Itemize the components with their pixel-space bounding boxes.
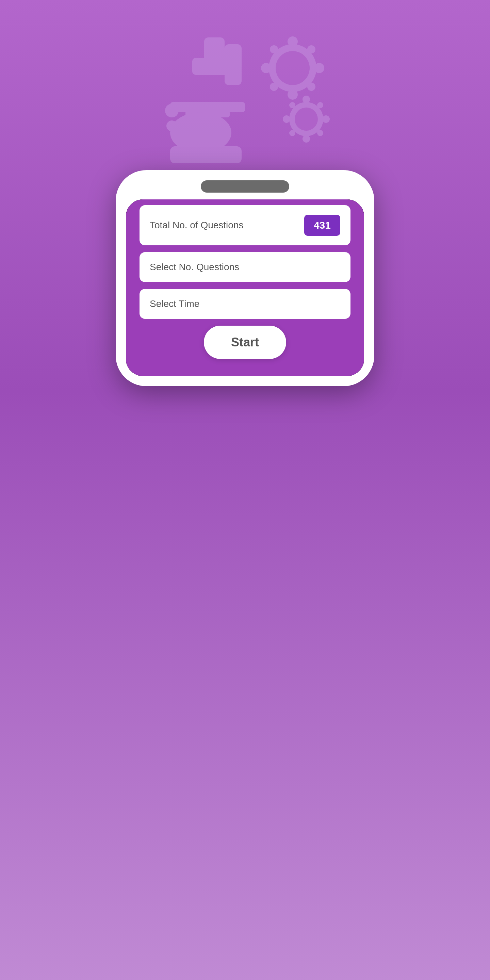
svg-point-15 <box>314 63 324 73</box>
svg-point-9 <box>166 121 177 131</box>
svg-point-29 <box>317 130 323 136</box>
select-questions-label: Select No. Questions <box>150 262 239 272</box>
svg-point-19 <box>307 83 315 91</box>
phone-screen: 7:17 <box>126 199 364 376</box>
svg-rect-2 <box>224 44 242 85</box>
svg-point-23 <box>302 135 310 143</box>
svg-point-8 <box>165 104 179 118</box>
svg-point-7 <box>196 148 216 162</box>
svg-point-28 <box>289 130 295 136</box>
phone-container: 7:17 <box>116 170 374 386</box>
select-questions-field[interactable]: Select No. Questions <box>140 252 350 282</box>
svg-point-24 <box>283 115 290 123</box>
phone-frame: 7:17 <box>116 170 374 386</box>
svg-point-16 <box>270 45 278 53</box>
svg-point-14 <box>261 63 271 73</box>
phone-notch <box>201 180 289 192</box>
total-questions-label: Total No. of Questions <box>150 220 243 231</box>
svg-point-26 <box>289 102 295 108</box>
create-test-modal: Create Test Total No. of Questions 431 S… <box>126 199 364 376</box>
svg-point-22 <box>302 95 310 103</box>
total-questions-value: 431 <box>304 215 340 236</box>
svg-point-18 <box>270 83 278 91</box>
svg-point-17 <box>307 45 315 53</box>
start-button[interactable]: Start <box>204 326 286 359</box>
select-time-field[interactable]: Select Time <box>140 289 350 319</box>
svg-point-11 <box>275 51 310 85</box>
svg-point-25 <box>322 115 330 123</box>
app-scene: 7:17 <box>0 21 490 980</box>
svg-point-27 <box>317 102 323 108</box>
svg-point-21 <box>295 108 318 130</box>
select-time-label: Select Time <box>150 298 199 309</box>
total-questions-field: Total No. of Questions 431 <box>140 205 350 245</box>
svg-point-13 <box>288 89 298 100</box>
svg-point-12 <box>288 37 298 47</box>
